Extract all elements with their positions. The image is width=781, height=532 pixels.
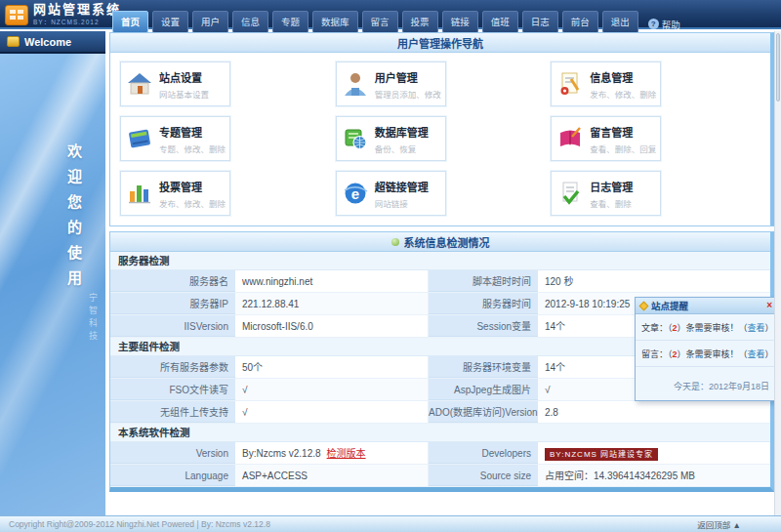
row-label: 服务器环境变量 [429, 356, 538, 378]
card-subtitle: 专题、修改、删除 [159, 143, 226, 154]
nav-card-database-management[interactable]: 数据库管理 备份、恢复 [336, 116, 446, 161]
tab-topics[interactable]: 专题 [272, 11, 308, 33]
main-nav: 首页 设置 用户 信息 专题 数据库 留言 投票 链接 值班 日志 前台 退出 … [112, 11, 680, 33]
row-label: 无组件上传支持 [110, 401, 235, 423]
row-label: AspJpeg生成图片 [429, 379, 538, 400]
nav-card-user-management[interactable]: 用户管理 管理员添加、修改 [336, 61, 446, 106]
welcome-bar: Welcome [0, 31, 105, 53]
row-value: www.ningzhi.net [235, 270, 429, 292]
reminder-title: 站点提醒 [651, 299, 688, 312]
tab-frontend[interactable]: 前台 [562, 11, 598, 33]
table-row: Version By:Nzcms v2.12.8检测版本 Developers … [110, 442, 770, 465]
card-title: 用户管理 [375, 69, 441, 85]
welcome-slogan: 欢迎您的使用 [63, 143, 84, 296]
row-value: Microsoft-IIS/6.0 [235, 315, 429, 337]
row-value: ASP+ACCESS [235, 465, 429, 486]
card-subtitle: 发布、修改、删除 [590, 88, 656, 100]
tab-home[interactable]: 首页 [112, 11, 148, 33]
app-subtitle: BY：NZCMS.2012 [33, 17, 121, 26]
card-subtitle: 备份、恢复 [375, 143, 429, 154]
card-title: 投票管理 [159, 179, 226, 194]
row-value: 50个 [235, 356, 429, 378]
reminder-text: ） [765, 323, 774, 333]
system-panel-title: 系统信息检测情况 [404, 234, 490, 250]
book-blue-icon [126, 125, 153, 152]
card-subtitle: 管理员添加、修改 [375, 88, 441, 100]
row-value: √ [235, 401, 429, 423]
site-reminder-popup: 站点提醒 × 文章：（2）条需要审核！（查看） 留言：（2）条需要审核！（查看）… [635, 297, 778, 401]
row-label: 服务器时间 [429, 293, 538, 314]
tab-info[interactable]: 信息 [232, 11, 268, 33]
topbar: 网站管理系统 BY：NZCMS.2012 首页 设置 用户 信息 专题 数据库 … [0, 0, 781, 29]
footer: Copyright Right@2009-2012 Ningzhi.Net Po… [0, 515, 781, 532]
nav-panel-header: 用户管理操作导航 [110, 33, 770, 53]
row-value: BY:NZCMS 网站建设专家 [538, 442, 770, 464]
row-label: ADO(数据库访问)Version [429, 401, 538, 423]
database-icon [342, 125, 369, 152]
tab-database[interactable]: 数据库 [312, 11, 358, 33]
help-button[interactable]: ? 帮助 [648, 11, 680, 33]
row-value: √ [235, 379, 429, 400]
bar-chart-icon [126, 180, 153, 207]
section-heading-server: 服务器检测 [110, 252, 770, 270]
page-scrollbar[interactable] [774, 31, 781, 515]
tab-votes[interactable]: 投票 [402, 11, 438, 33]
log-check-icon [556, 180, 584, 207]
row-label: 服务器名 [110, 270, 235, 292]
card-title: 站点设置 [159, 69, 209, 85]
tab-guestbook[interactable]: 留言 [362, 11, 398, 33]
copyright-text: Copyright Right@2009-2012 Ningzhi.Net Po… [9, 519, 270, 529]
tab-links[interactable]: 链接 [442, 11, 478, 33]
sidebar: Welcome 欢迎您的使用 宁智科技 [0, 31, 105, 515]
row-value: 2.8 [538, 401, 770, 423]
nav-panel-title: 用户管理操作导航 [397, 35, 483, 51]
row-value: 占用空间：14.3964143426295 MB [538, 465, 770, 486]
card-title: 日志管理 [590, 179, 633, 194]
nav-card-vote-management[interactable]: 投票管理 发布、修改、删除 [120, 171, 230, 216]
card-title: 数据库管理 [375, 124, 429, 140]
app-logo-icon [5, 5, 28, 25]
check-version-link[interactable]: 检测版本 [327, 448, 366, 459]
close-icon[interactable]: × [766, 301, 772, 310]
back-to-top-link[interactable]: 返回顶部 ▲ [697, 518, 741, 530]
table-row: Language ASP+ACCESS Source size 占用空间：14.… [110, 465, 770, 487]
row-value: 221.12.88.41 [235, 293, 429, 314]
main-content: 用户管理操作导航 站点设置 网站基本设置 [109, 32, 774, 515]
nav-card-link-management[interactable]: e 超链接管理 网站链接 [336, 171, 446, 216]
tab-logs[interactable]: 日志 [522, 11, 558, 33]
reminder-title-wrap: 站点提醒 [640, 299, 766, 312]
tab-settings[interactable]: 设置 [152, 11, 188, 33]
status-dot-icon [391, 238, 399, 246]
card-subtitle: 网站链接 [375, 197, 429, 209]
nav-card-topic-management[interactable]: 专题管理 专题、修改、删除 [120, 116, 230, 161]
sidebar-artwork: 欢迎您的使用 宁智科技 [0, 54, 105, 515]
tab-duty[interactable]: 值班 [482, 11, 518, 33]
nav-card-info-management[interactable]: 信息管理 发布、修改、删除 [551, 61, 661, 106]
nav-card-guestbook-management[interactable]: 留言管理 查看、删除、回复 [551, 116, 661, 161]
reminder-row-guestbook: 留言：（2）条需要审核！（查看） [636, 341, 777, 367]
row-value: 120 秒 [538, 270, 770, 292]
row-label: 脚本超时时间 [429, 270, 538, 292]
card-subtitle: 发布、修改、删除 [159, 197, 226, 209]
welcome-label: Welcome [24, 36, 71, 48]
version-value: By:Nzcms v2.12.8 [242, 448, 321, 459]
today-date: 今天是：2012年9月18日 [636, 367, 777, 400]
nav-panel: 用户管理操作导航 站点设置 网站基本设置 [109, 32, 774, 226]
tab-users[interactable]: 用户 [192, 11, 228, 33]
view-link[interactable]: 查看 [748, 323, 765, 333]
view-link[interactable]: 查看 [748, 349, 765, 359]
reminder-text: ）条需要审核！（ [678, 349, 748, 359]
system-panel-header: 系统信息检测情况 [110, 232, 770, 252]
developers-badge: BY:NZCMS 网站建设专家 [545, 448, 658, 461]
table-row: 无组件上传支持 √ ADO(数据库访问)Version 2.8 [110, 401, 770, 424]
nav-card-log-management[interactable]: 日志管理 查看、删除 [551, 171, 661, 216]
section-heading-software: 本系统软件检测 [110, 424, 770, 442]
reminder-text: ）条需要审核！（ [678, 323, 748, 333]
reminder-text: ） [765, 349, 774, 359]
tab-logout[interactable]: 退出 [602, 11, 638, 33]
scrollbar-thumb[interactable] [776, 33, 780, 102]
app-logo: 网站管理系统 BY：NZCMS.2012 [5, 3, 121, 26]
reminder-text: 留言：（ [641, 349, 673, 359]
nav-card-site-settings[interactable]: 站点设置 网站基本设置 [120, 61, 230, 106]
home-icon [126, 70, 153, 98]
